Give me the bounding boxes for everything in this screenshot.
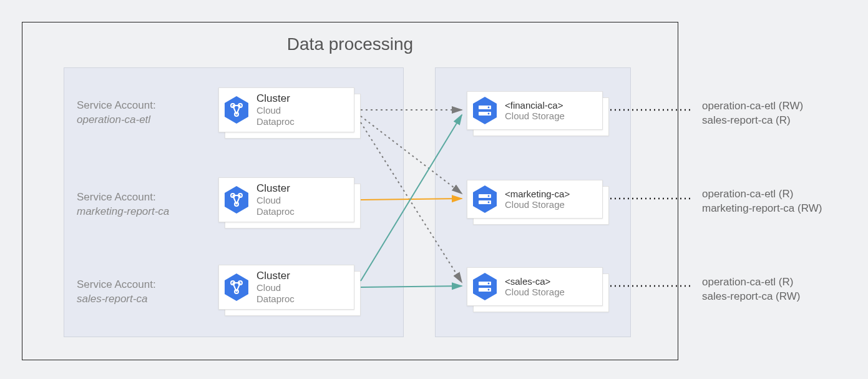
service-account-label: Service Account: marketing-report-ca [77, 190, 169, 219]
diagram-title: Data processing [22, 34, 678, 54]
perm-line: operation-ca-etl (R) [702, 187, 822, 202]
permissions-label: operation-ca-etl (R) marketing-report-ca… [702, 187, 822, 216]
card-sub: Dataproc [256, 293, 295, 305]
service-account-label: Service Account: operation-ca-etl [77, 99, 156, 127]
sa-prefix: Service Account: [77, 190, 169, 205]
svg-point-16 [488, 113, 490, 115]
card-sub: Dataproc [256, 206, 295, 217]
sa-name: sales-report-ca [77, 292, 156, 307]
svg-point-26 [488, 289, 490, 291]
svg-point-15 [488, 107, 490, 109]
cloud-storage-icon [472, 185, 497, 214]
svg-marker-8 [225, 273, 248, 301]
card-sub: Cloud Storage [505, 199, 570, 210]
perm-line: sales-report-ca (R) [702, 114, 803, 128]
card-sub: Cloud [256, 282, 295, 293]
permissions-label: operation-ca-etl (RW) sales-report-ca (R… [702, 99, 803, 128]
card-title: <sales-ca> [505, 276, 565, 287]
svg-point-25 [488, 283, 490, 285]
card-title: Cluster [256, 92, 295, 105]
perm-line: sales-report-ca (RW) [702, 290, 800, 304]
perm-line: operation-ca-etl (R) [702, 275, 800, 290]
sa-name: operation-ca-etl [77, 113, 156, 127]
card-title: <marketing-ca> [505, 189, 570, 199]
svg-marker-22 [473, 273, 497, 300]
storage-card: <marketing-ca> Cloud Storage [467, 180, 603, 219]
card-sub: Cloud [256, 105, 295, 116]
cloud-storage-icon [472, 96, 497, 125]
card-sub: Cloud [256, 195, 295, 206]
cloud-storage-icon [472, 272, 497, 301]
svg-marker-17 [473, 185, 497, 213]
card-sub: Dataproc [256, 116, 295, 127]
cluster-card: Cluster Cloud Dataproc [218, 265, 354, 310]
svg-marker-12 [473, 97, 497, 124]
card-title: <financial-ca> [505, 100, 565, 111]
svg-marker-0 [225, 96, 248, 124]
dataproc-icon [224, 273, 249, 302]
service-account-label: Service Account: sales-report-ca [77, 278, 156, 307]
permissions-label: operation-ca-etl (R) sales-report-ca (RW… [702, 275, 800, 304]
svg-point-21 [488, 202, 490, 204]
dataproc-icon [224, 185, 249, 214]
cluster-card: Cluster Cloud Dataproc [218, 87, 354, 132]
sa-name: marketing-report-ca [77, 205, 169, 219]
card-sub: Cloud Storage [505, 287, 565, 298]
perm-line: marketing-report-ca (RW) [702, 202, 822, 216]
card-title: Cluster [256, 182, 295, 195]
card-sub: Cloud Storage [505, 111, 565, 122]
sa-prefix: Service Account: [77, 278, 156, 292]
storage-card: <sales-ca> Cloud Storage [467, 267, 603, 306]
sa-prefix: Service Account: [77, 99, 156, 113]
cluster-card: Cluster Cloud Dataproc [218, 177, 354, 222]
perm-line: operation-ca-etl (RW) [702, 99, 803, 114]
card-title: Cluster [256, 270, 295, 282]
svg-point-20 [488, 195, 490, 197]
svg-marker-4 [225, 186, 248, 214]
dataproc-icon [224, 96, 249, 124]
storage-card: <financial-ca> Cloud Storage [467, 91, 603, 130]
